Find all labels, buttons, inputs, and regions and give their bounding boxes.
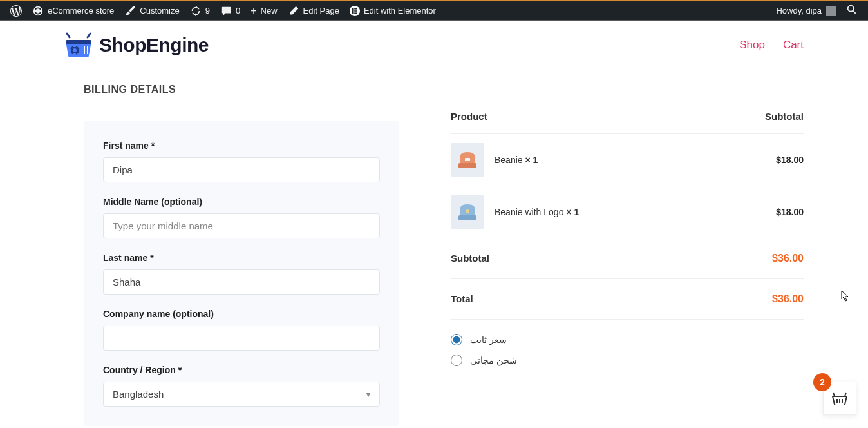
comments-count: 0 xyxy=(236,6,240,15)
refresh-icon xyxy=(190,5,202,17)
country-label: Country / Region * xyxy=(103,365,380,375)
svg-rect-15 xyxy=(465,158,470,161)
company-input[interactable] xyxy=(103,326,380,351)
updates-link[interactable]: 9 xyxy=(185,1,215,21)
site-name-text: eCommerce store xyxy=(48,6,114,15)
order-item: Beanie with Logo × 1 $18.00 xyxy=(451,186,804,238)
country-select[interactable]: Bangladesh xyxy=(103,382,380,407)
cart-count-badge: 2 xyxy=(813,373,831,391)
middle-name-input[interactable] xyxy=(103,213,380,238)
svg-rect-14 xyxy=(458,163,476,168)
subtotal-column: Subtotal xyxy=(765,111,804,122)
svg-rect-16 xyxy=(458,215,476,220)
product-column: Product xyxy=(451,111,487,122)
customize-text: Customize xyxy=(140,6,179,15)
basket-icon xyxy=(832,391,847,405)
order-item: Beanie × 1 $18.00 xyxy=(451,133,804,186)
svg-rect-1 xyxy=(352,8,354,14)
svg-point-7 xyxy=(73,48,77,52)
site-name-link[interactable]: eCommerce store xyxy=(27,1,119,21)
dashboard-icon xyxy=(32,5,44,17)
chevron-down-icon: ▼ xyxy=(364,390,372,399)
edit-page-link[interactable]: Edit Page xyxy=(283,1,344,21)
order-summary: Product Subtotal Beanie × 1 $18.00 Beani… xyxy=(451,84,804,426)
pencil-icon xyxy=(288,5,299,17)
shipping-options: سعر ثابت شحن مجاني xyxy=(451,319,804,366)
avatar xyxy=(826,6,836,16)
subtotal-label: Subtotal xyxy=(451,253,489,264)
svg-rect-12 xyxy=(84,46,85,54)
svg-rect-13 xyxy=(87,46,88,54)
svg-rect-3 xyxy=(354,10,357,12)
product-price: $18.00 xyxy=(776,207,804,217)
plus-icon: + xyxy=(250,5,256,17)
middle-name-label: Middle Name (optional) xyxy=(103,197,380,207)
wp-logo[interactable] xyxy=(5,1,27,21)
shipping-free-radio[interactable] xyxy=(451,355,462,366)
svg-rect-8 xyxy=(73,45,76,47)
billing-form: First name * Middle Name (optional) Last… xyxy=(84,121,399,426)
nav-shop[interactable]: Shop xyxy=(739,39,765,52)
shipping-flat-label: سعر ثابت xyxy=(470,335,507,345)
svg-rect-10 xyxy=(69,49,71,52)
svg-point-17 xyxy=(466,209,469,213)
product-name: Beanie with Logo xyxy=(495,207,563,217)
customize-link[interactable]: Customize xyxy=(119,1,184,21)
site-header: ShopEngine Shop Cart xyxy=(0,21,868,64)
shipping-free-label: شحن مجاني xyxy=(470,355,517,365)
search-icon xyxy=(846,4,858,18)
product-qty: × 1 xyxy=(525,155,538,165)
new-link[interactable]: +New xyxy=(245,1,282,21)
svg-rect-2 xyxy=(354,8,357,10)
product-qty: × 1 xyxy=(566,207,579,217)
product-price: $18.00 xyxy=(776,155,804,165)
comments-link[interactable]: 0 xyxy=(215,1,245,21)
floating-cart-button[interactable]: 2 xyxy=(823,382,856,415)
edit-page-text: Edit Page xyxy=(303,6,339,15)
main-nav: Shop Cart xyxy=(739,39,804,52)
billing-title: BILLING DETAILS xyxy=(84,84,399,95)
new-text: New xyxy=(261,6,278,15)
product-name: Beanie xyxy=(495,155,523,165)
cursor-icon xyxy=(841,290,850,302)
svg-rect-11 xyxy=(79,49,80,52)
brand-name: ShopEngine xyxy=(99,34,209,56)
howdy-text: Howdy, dipa xyxy=(776,6,822,15)
updates-count: 9 xyxy=(205,6,210,15)
edit-elementor-link[interactable]: Edit with Elementor xyxy=(344,1,441,21)
svg-rect-5 xyxy=(66,40,91,44)
comment-icon xyxy=(220,5,232,17)
howdy-link[interactable]: Howdy, dipa xyxy=(771,1,841,21)
last-name-input[interactable] xyxy=(103,269,380,295)
total-value: $36.00 xyxy=(772,293,804,305)
shipping-flat-radio[interactable] xyxy=(451,334,462,345)
product-thumb xyxy=(451,195,484,229)
nav-cart[interactable]: Cart xyxy=(783,39,804,52)
logo-icon xyxy=(64,32,93,58)
total-label: Total xyxy=(451,293,473,305)
search-toggle[interactable] xyxy=(841,1,863,21)
company-label: Company name (optional) xyxy=(103,309,380,319)
edit-elementor-text: Edit with Elementor xyxy=(364,6,436,15)
elementor-icon xyxy=(350,6,360,16)
wp-admin-bar: eCommerce store Customize 9 0 +New Edit … xyxy=(0,0,868,21)
svg-rect-9 xyxy=(73,54,76,55)
brush-icon xyxy=(124,5,136,17)
wordpress-icon xyxy=(10,5,22,17)
last-name-label: Last name * xyxy=(103,253,380,263)
first-name-input[interactable] xyxy=(103,157,380,182)
subtotal-value: $36.00 xyxy=(772,253,804,264)
svg-rect-4 xyxy=(354,12,357,14)
first-name-label: First name * xyxy=(103,141,380,151)
product-thumb xyxy=(451,143,484,177)
site-logo[interactable]: ShopEngine xyxy=(64,32,209,58)
